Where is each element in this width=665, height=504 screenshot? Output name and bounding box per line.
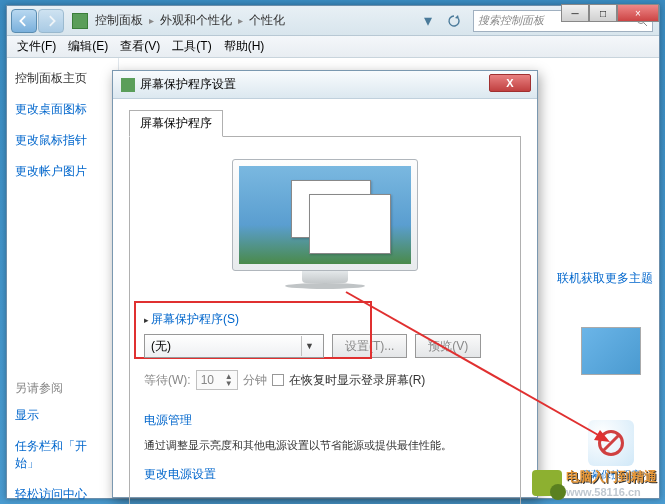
watermark: 电脑入门到精通 www.58116.cn	[532, 468, 657, 498]
menu-edit[interactable]: 编辑(E)	[62, 36, 114, 57]
wait-value: 10	[201, 373, 214, 387]
screensaver-dialog: 屏幕保护程序设置 X 屏幕保护程序 ▸屏幕保护程序(S)	[112, 70, 538, 498]
theme-thumbnail[interactable]	[581, 327, 641, 375]
preview-button[interactable]: 预览(V)	[415, 334, 481, 358]
dialog-close-button[interactable]: X	[489, 74, 531, 92]
chevron-down-icon: ▼	[301, 336, 317, 356]
back-button[interactable]	[11, 9, 37, 33]
tab-panel: ▸屏幕保护程序(S) (无) ▼ 设置(T)... 预览(V) 等待(W): 1…	[129, 136, 521, 504]
settings-button[interactable]: 设置(T)...	[332, 334, 407, 358]
svg-line-1	[644, 23, 647, 26]
sidebar-link-taskbar[interactable]: 任务栏和「开始」	[15, 438, 110, 472]
screensaver-section-label: ▸屏幕保护程序(S)	[144, 311, 506, 328]
sidebar: 控制面板主页 更改桌面图标 更改鼠标指针 更改帐户图片 另请参阅 显示 任务栏和…	[7, 58, 119, 498]
spinner-arrows-icon: ▲▼	[225, 373, 233, 387]
breadcrumb-item[interactable]: 控制面板	[95, 12, 143, 29]
dialog-body: 屏幕保护程序 ▸屏幕保护程序(S) (无)	[113, 99, 537, 504]
power-section-title: 电源管理	[144, 412, 506, 429]
resume-checkbox[interactable]	[272, 374, 284, 386]
menu-view[interactable]: 查看(V)	[114, 36, 166, 57]
wait-label: 等待(W):	[144, 372, 191, 389]
watermark-icon	[532, 470, 562, 496]
minimize-button[interactable]: ─	[561, 4, 589, 22]
change-power-link[interactable]: 更改电源设置	[144, 467, 216, 481]
wait-spinner[interactable]: 10 ▲▼	[196, 370, 238, 390]
screensaver-dropdown[interactable]: (无) ▼	[144, 334, 324, 358]
see-also-title: 另请参阅	[15, 380, 110, 397]
address-icon	[72, 13, 88, 29]
dialog-icon	[121, 78, 135, 92]
menubar: 文件(F) 编辑(E) 查看(V) 工具(T) 帮助(H)	[7, 36, 659, 58]
maximize-button[interactable]: □	[589, 4, 617, 22]
dialog-titlebar: 屏幕保护程序设置 X	[113, 71, 537, 99]
search-placeholder: 搜索控制面板	[478, 13, 544, 28]
sidebar-link-account[interactable]: 更改帐户图片	[15, 163, 110, 180]
tab-screensaver[interactable]: 屏幕保护程序	[129, 110, 223, 137]
sidebar-link-ease[interactable]: 轻松访问中心	[15, 486, 110, 503]
window-controls: ─ □ ×	[561, 4, 659, 22]
breadcrumb[interactable]: 控制面板▸ 外观和个性化▸ 个性化	[92, 12, 415, 29]
sidebar-home-link[interactable]: 控制面板主页	[15, 70, 110, 87]
online-themes-link[interactable]: 联机获取更多主题	[557, 271, 653, 285]
menu-help[interactable]: 帮助(H)	[218, 36, 271, 57]
dropdown-value: (无)	[151, 338, 171, 355]
monitor-preview	[232, 159, 418, 287]
dialog-title: 屏幕保护程序设置	[140, 76, 236, 93]
resume-label: 在恢复时显示登录屏幕(R)	[289, 372, 426, 389]
breadcrumb-item[interactable]: 外观和个性化	[160, 12, 232, 29]
sidebar-link-icons[interactable]: 更改桌面图标	[15, 101, 110, 118]
refresh-icon[interactable]	[443, 10, 465, 32]
breadcrumb-item[interactable]: 个性化	[249, 12, 285, 29]
sidebar-link-mouse[interactable]: 更改鼠标指针	[15, 132, 110, 149]
dropdown-arrow-icon[interactable]: ▾	[417, 10, 439, 32]
close-button[interactable]: ×	[617, 4, 659, 22]
sidebar-link-display[interactable]: 显示	[15, 407, 110, 424]
menu-file[interactable]: 文件(F)	[11, 36, 62, 57]
wait-unit: 分钟	[243, 372, 267, 389]
watermark-text: 电脑入门到精通	[566, 468, 657, 486]
screensaver-none-icon	[588, 420, 634, 466]
menu-tools[interactable]: 工具(T)	[166, 36, 217, 57]
power-description: 通过调整显示亮度和其他电源设置以节省能源或提供最佳性能。	[144, 437, 506, 454]
forward-button[interactable]	[38, 9, 64, 33]
watermark-url: www.58116.cn	[566, 486, 657, 498]
